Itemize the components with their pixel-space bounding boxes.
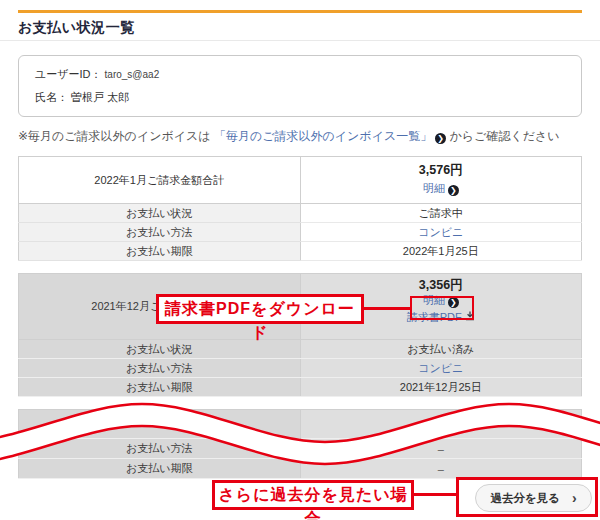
table-row: お支払い方法 – (19, 439, 582, 459)
page-title: お支払い状況一覧 (18, 19, 582, 35)
chevron-right-icon: › (572, 493, 577, 503)
accent-rule (18, 10, 582, 13)
row-value: 2021年12月25日 (300, 378, 582, 397)
row-value: – (300, 439, 582, 459)
amount-total: 3,576円 (303, 161, 580, 179)
row-label: お支払い期限 (19, 459, 301, 479)
title-divider (0, 40, 600, 41)
view-past-button[interactable]: 過去分を見る › (475, 484, 592, 512)
past-callout-connector (412, 493, 458, 496)
circle-arrow-icon: ❯ (435, 133, 446, 144)
amount-total: 3,356円 (303, 277, 580, 293)
pdf-callout-connector (362, 307, 412, 310)
row-value: 2022年1月25日 (300, 242, 582, 261)
payment-method-link[interactable]: コンビニ (418, 362, 463, 374)
user-id-line: ユーザーID： taro_s@aa2 (35, 68, 565, 81)
row-value: お支払い済み (300, 340, 582, 359)
row-value: – (300, 459, 582, 479)
table-row: お支払い方法 コンビニ (19, 223, 582, 242)
invoice-list-link[interactable]: 「毎月のご請求以外のインボイス一覧」 (214, 129, 432, 143)
row-label: お支払い期限 (19, 378, 301, 397)
pdf-link-highlight-box (410, 296, 474, 320)
table-row: お支払い期限 2021年12月25日 (19, 378, 582, 397)
user-name-label: 氏名： (35, 91, 68, 103)
invoice-note-suffix: からご確認ください (450, 129, 560, 143)
payment-method-link[interactable]: コンビニ (418, 226, 463, 238)
payment-table-2021-12: 2021年12月ご請求金額合計 3,356円 明細❯ 請求書PDF (18, 273, 582, 397)
row-label: お支払い方法 (19, 359, 301, 378)
table-row: お支払い方法 コンビニ (19, 359, 582, 378)
past-callout: さらに過去分を見たい場合 (212, 480, 414, 510)
pdf-download-callout: 請求書PDFをダウンロード (156, 294, 364, 324)
invoice-note: ※毎月のご請求以外のインボイスは 「毎月のご請求以外のインボイス一覧」❯ からご… (18, 129, 582, 144)
invoice-note-prefix: ※毎月のご請求以外のインボイスは (18, 129, 211, 143)
user-id-value: taro_s@aa2 (105, 69, 160, 80)
user-info-box: ユーザーID： taro_s@aa2 氏名： 曽根戸 太郎 (18, 55, 582, 117)
user-name-value: 曽根戸 太郎 (71, 91, 129, 103)
payment-table-past: お支払い方法 – お支払い期限 – (18, 409, 582, 479)
user-name-line: 氏名： 曽根戸 太郎 (35, 91, 565, 104)
view-past-button-label: 過去分を見る (490, 491, 560, 506)
payment-table-2022-01: 2022年1月ご請求金額合計 3,576円 明細❯ お支払い状況 ご請求中 お支… (18, 156, 582, 261)
table-row: お支払い期限 – (19, 459, 582, 479)
table-row (19, 410, 582, 439)
row-label: お支払い方法 (19, 439, 301, 459)
payment-status-page: お支払い状況一覧 ユーザーID： taro_s@aa2 氏名： 曽根戸 太郎 ※… (0, 0, 600, 520)
table-row: お支払い状況 ご請求中 (19, 204, 582, 223)
row-label: お支払い方法 (19, 223, 301, 242)
row-label: お支払い状況 (19, 204, 301, 223)
period-label: 2022年1月ご請求金額合計 (19, 157, 301, 204)
row-label: お支払い期限 (19, 242, 301, 261)
row-value: ご請求中 (300, 204, 582, 223)
table-row: お支払い期限 2022年1月25日 (19, 242, 582, 261)
table-row: お支払い状況 お支払い済み (19, 340, 582, 359)
detail-link[interactable]: 明細 (423, 182, 445, 194)
circle-arrow-icon: ❯ (448, 185, 459, 196)
table-row: 2022年1月ご請求金額合計 3,576円 明細❯ (19, 157, 582, 204)
user-id-label: ユーザーID： (35, 68, 102, 80)
